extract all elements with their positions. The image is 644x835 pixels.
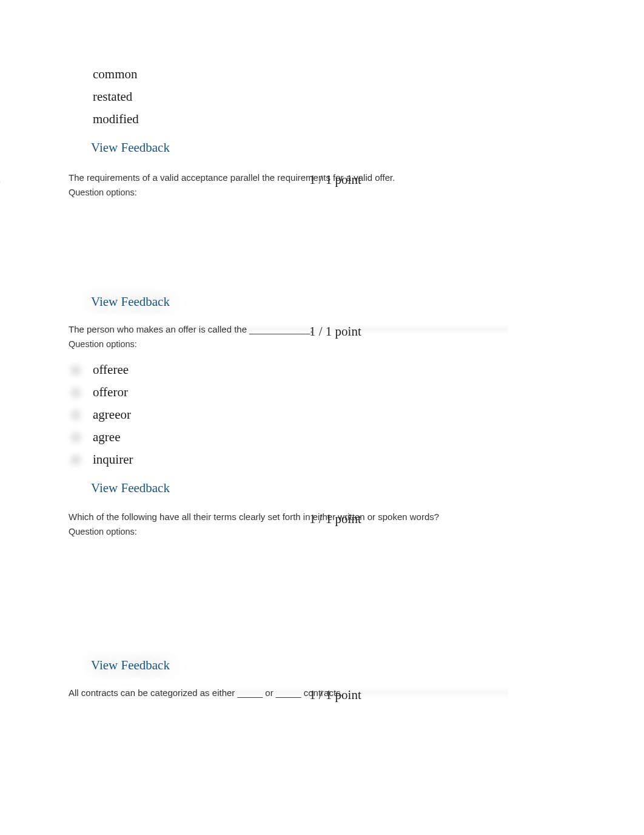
points-earned: 1 / 1 point — [309, 172, 361, 188]
view-feedback-link[interactable]: View Feedback — [91, 658, 170, 673]
points-earned: 1 / 1 point — [309, 688, 361, 703]
options-label: Question options: — [69, 188, 644, 197]
question-4: 4 1 / 1 point The requirements of a vali… — [0, 172, 644, 309]
question-6: 6 1 / 1 point Which of the following hav… — [0, 512, 644, 673]
radio-icon — [69, 363, 83, 377]
view-feedback-link[interactable]: View Feedback — [91, 140, 170, 155]
question-5: 5 1 / 1 point The person who makes an of… — [0, 324, 644, 496]
answer-option-row[interactable]: offeror — [93, 385, 644, 400]
answer-option: restated — [93, 89, 644, 104]
question-7: 7 1 / 1 point All contracts can be categ… — [0, 688, 644, 698]
answer-option: modified — [93, 112, 644, 127]
question-number: 6 — [0, 512, 1, 527]
radio-icon — [69, 385, 83, 400]
radio-icon — [69, 453, 83, 467]
answer-option-row[interactable]: inquirer — [93, 452, 644, 467]
answer-option-row[interactable]: agreeor — [93, 407, 644, 422]
radio-icon — [69, 408, 83, 422]
prior-options-list: common restated modified — [93, 67, 644, 127]
question-number: 4 — [0, 172, 1, 188]
hidden-options-area — [0, 197, 644, 288]
points-earned: 1 / 1 point — [309, 512, 361, 527]
view-feedback-link[interactable]: View Feedback — [91, 481, 170, 496]
answer-option: offeror — [93, 385, 128, 400]
answer-option: offeree — [93, 362, 129, 377]
points-earned: 1 / 1 point — [309, 324, 361, 339]
options-list: offeree offeror agreeor agree inquirer — [93, 362, 644, 467]
question-number: 5 — [0, 324, 1, 339]
question-number: 7 — [0, 688, 1, 703]
answer-option-row[interactable]: offeree — [93, 362, 644, 377]
view-feedback-link[interactable]: View Feedback — [91, 294, 170, 309]
hidden-options-area — [0, 536, 644, 652]
question-text: All contracts can be categorized as eith… — [69, 688, 508, 698]
answer-option-row[interactable]: agree — [93, 430, 644, 445]
options-label: Question options: — [69, 527, 644, 536]
answer-option: agree — [93, 430, 120, 445]
radio-icon — [69, 430, 83, 445]
question-text: The person who makes an offer is called … — [69, 324, 508, 334]
question-prior: common restated modified View Feedback — [0, 67, 644, 155]
answer-option: inquirer — [93, 452, 133, 467]
answer-option: agreeor — [93, 407, 131, 422]
options-label: Question options: — [69, 339, 644, 349]
answer-option: common — [93, 67, 644, 82]
